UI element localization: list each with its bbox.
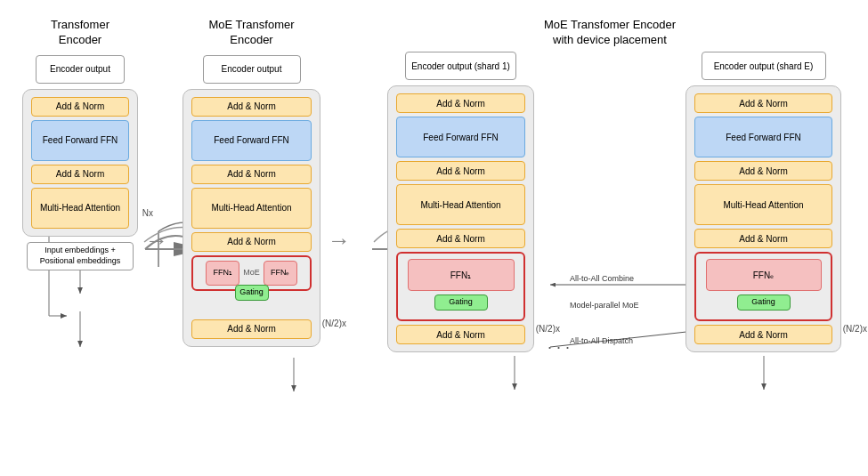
col2-gating: Gating — [235, 285, 269, 301]
diagram-container: Transfomer Encoder Encoder output Nx Add… — [0, 0, 868, 476]
model-parallel-moe-label: Model-parallel MoE — [570, 301, 639, 310]
col2-ffn: Feed Forward FFN — [191, 120, 312, 161]
col4-ffn: Feed Forward FFN — [694, 117, 832, 157]
col3-gating: Gating — [434, 294, 488, 311]
col3-n2x-label: (N/2)x — [536, 324, 560, 334]
col3-ffn: Feed Forward FFN — [396, 117, 525, 157]
col1-encoder-output: Encoder output — [36, 55, 125, 84]
all-to-all-dispatch-label: All-to-All Dispatch — [570, 336, 633, 345]
dots-separator: · · · — [548, 338, 570, 357]
col1-transformer-encoder: Transfomer Encoder Encoder output Nx Add… — [18, 18, 142, 270]
col3-shard1: Encoder output (shard 1) (N/2)x Add & No… — [383, 52, 539, 352]
col3-moe-group: FFN₁ Gating — [396, 252, 525, 321]
col1-add-norm-top: Add & Norm — [31, 97, 129, 117]
col3-add-norm-top: Add & Norm — [396, 93, 525, 113]
col2-add-norm-top: Add & Norm — [191, 97, 312, 117]
col3-encoder-output: Encoder output (shard 1) — [405, 52, 516, 80]
col4-add-norm-btm: Add & Norm — [694, 325, 832, 344]
col4-mha: Multi-Head Attention — [694, 184, 832, 225]
col3-add-norm-bot: Add & Norm — [396, 229, 525, 248]
all-to-all-combine-label: All-to-All Combine — [570, 274, 634, 283]
col3-mha: Multi-Head Attention — [396, 184, 525, 225]
col4-add-norm-top: Add & Norm — [694, 93, 832, 113]
col1-mha: Multi-Head Attention — [31, 188, 129, 229]
col4-encoder-output: Encoder output (shard E) — [702, 52, 826, 80]
col2-ffn1: FFN₁ — [206, 261, 239, 286]
col4-ffnE: FFNₑ — [706, 259, 822, 291]
col2-title: MoE Transfomer Encoder — [208, 18, 294, 48]
col1-nx-label: Nx — [142, 208, 153, 218]
col2-add-norm-mid: Add & Norm — [191, 165, 312, 184]
col1-add-norm-mid: Add & Norm — [31, 165, 129, 184]
col1-ffn: Feed Forward FFN — [31, 120, 129, 161]
col2-mha: Multi-Head Attention — [191, 188, 312, 229]
col2-moe-group: FFN₁ MoE FFNₑ Gating — [191, 255, 312, 291]
col2-add-norm-btm: Add & Norm — [191, 319, 312, 339]
col4-gating: Gating — [737, 294, 791, 311]
col3-add-norm-mid: Add & Norm — [396, 161, 525, 181]
col4-n2x-label: (N/2)x — [843, 324, 867, 334]
col3-ffn1: FFN₁ — [408, 259, 515, 291]
col2-moe-encoder: MoE Transfomer Encoder Encoder output (N… — [178, 18, 325, 347]
col4-shardE: Encoder output (shard E) (N/2)x Add & No… — [677, 52, 850, 352]
col2-moe-label: MoE — [243, 268, 260, 278]
col35-title: MoE Transfomer Encoder with device place… — [374, 18, 846, 48]
arrow1: → — [145, 227, 168, 254]
col1-title: Transfomer Encoder — [51, 18, 110, 48]
col2-encoder-output: Encoder output — [203, 55, 301, 84]
col2-add-norm-bot: Add & Norm — [191, 232, 312, 252]
col3-add-norm-btm: Add & Norm — [396, 325, 525, 344]
arrow2: → — [328, 227, 351, 254]
col2-ffnE: FFNₑ — [264, 261, 297, 286]
col4-moe-group: FFNₑ Gating — [694, 252, 832, 321]
col1-input-embeddings: Input embeddings + Positional embeddings — [27, 242, 134, 270]
col4-add-norm-mid: Add & Norm — [694, 161, 832, 181]
col2-n2x-label: (N/2)x — [322, 319, 346, 328]
col4-add-norm-bot: Add & Norm — [694, 229, 832, 248]
